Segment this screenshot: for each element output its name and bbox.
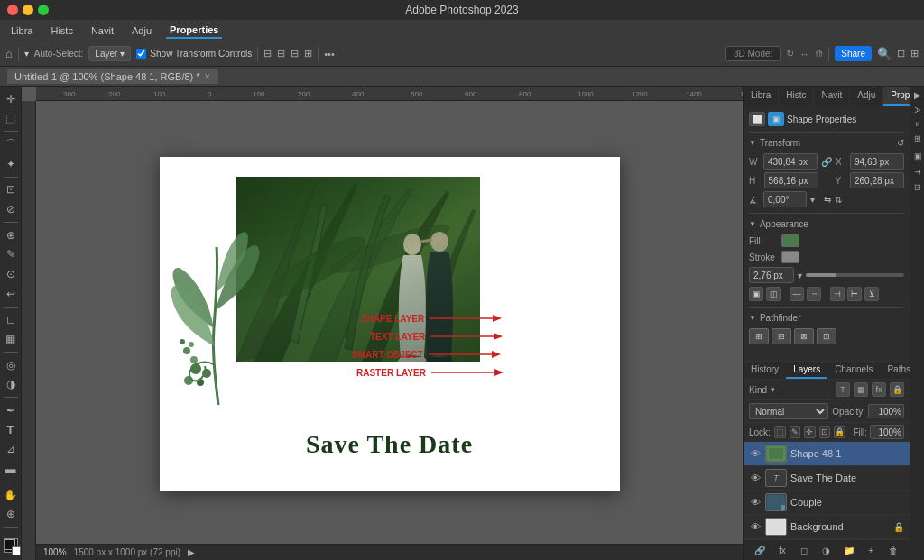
- delete-layer-btn[interactable]: 🗑: [886, 544, 901, 556]
- fill-color-swatch[interactable]: [781, 234, 799, 247]
- flip-icon[interactable]: ↔: [799, 49, 809, 60]
- kind-dropdown[interactable]: ▾: [771, 385, 775, 394]
- transform-reset-icon[interactable]: ↺: [897, 138, 904, 148]
- blur-tool[interactable]: ◎: [2, 356, 20, 374]
- window-resize-icon[interactable]: ⊞: [910, 48, 919, 60]
- visibility-icon-couple[interactable]: 👁: [749, 496, 762, 509]
- menu-adju[interactable]: Adju: [128, 23, 155, 38]
- channels-tab[interactable]: Channels: [827, 362, 880, 379]
- lock-position-btn[interactable]: ✛: [804, 426, 816, 438]
- hand-tool[interactable]: ✋: [2, 486, 20, 504]
- layers-tab[interactable]: Layers: [786, 362, 827, 379]
- path-tool[interactable]: ⊿: [2, 440, 20, 458]
- pen-tool[interactable]: ✒: [2, 401, 20, 419]
- type-tool[interactable]: T: [2, 421, 20, 439]
- healing-tool[interactable]: ⊕: [2, 226, 20, 244]
- filter-effect-icon[interactable]: fx: [872, 382, 886, 397]
- opacity-input[interactable]: [868, 404, 904, 418]
- workspace-icon[interactable]: ⊡: [897, 48, 905, 60]
- transform-controls-label[interactable]: Show Transform Controls: [136, 49, 252, 59]
- window-controls[interactable]: [7, 5, 49, 15]
- canvas-area[interactable]: 300 200 100 0 100 200 400 500 600 800 10…: [22, 87, 743, 560]
- collapsed-panel-5[interactable]: T: [911, 168, 924, 177]
- layer-item-background[interactable]: 👁 Background 🔒: [744, 515, 910, 539]
- layer-item-savedate[interactable]: 👁 T Save The Date: [744, 466, 910, 491]
- zoom-tool[interactable]: ⊕: [2, 505, 20, 523]
- tab-adju[interactable]: Adju: [850, 87, 883, 106]
- new-layer-btn[interactable]: +: [864, 544, 878, 556]
- new-adjustment-btn[interactable]: ◑: [819, 544, 834, 556]
- stroke-unit-dropdown[interactable]: ▾: [798, 271, 802, 280]
- collapsed-panel-1[interactable]: A: [911, 106, 924, 115]
- x-input[interactable]: [850, 153, 904, 170]
- lock-artboard-btn[interactable]: ⊡: [819, 426, 831, 438]
- angle-input[interactable]: [763, 191, 807, 207]
- history-brush-tool[interactable]: ↩: [2, 285, 20, 303]
- chain-link-icon[interactable]: 🔗: [821, 157, 832, 167]
- new-group-btn[interactable]: 📁: [842, 544, 856, 556]
- cap-icon[interactable]: ⊣: [830, 287, 845, 301]
- eraser-tool[interactable]: ◻: [2, 311, 20, 329]
- distribute-icon[interactable]: ⊞: [304, 48, 312, 60]
- share-button[interactable]: Share: [835, 46, 872, 61]
- align-inside-icon[interactable]: ▣: [749, 287, 763, 301]
- blend-mode-select[interactable]: Normal: [749, 403, 828, 419]
- nav-arrow[interactable]: ▶: [188, 547, 195, 557]
- rect-shape-icon[interactable]: ⬜: [749, 112, 765, 126]
- flip-v-icon[interactable]: ⇅: [835, 195, 842, 205]
- document-tab[interactable]: Untitled-1 @ 100% (Shape 48 1, RGB/8) * …: [7, 69, 218, 84]
- lock-transparent-btn[interactable]: ⬚: [774, 426, 786, 438]
- menu-histc[interactable]: Histc: [47, 23, 76, 38]
- visibility-icon-savedate[interactable]: 👁: [749, 472, 762, 484]
- lock-paint-btn[interactable]: ✎: [790, 426, 801, 438]
- rounded-rect-icon[interactable]: ▣: [768, 112, 784, 126]
- pathfinder-exclude[interactable]: ⊡: [817, 328, 836, 344]
- collapsed-panel-4[interactable]: ▣: [911, 150, 924, 162]
- tab-close-icon[interactable]: ✕: [204, 72, 211, 81]
- maximize-button[interactable]: [38, 5, 49, 15]
- minimize-button[interactable]: [23, 5, 33, 15]
- more-options-icon[interactable]: •••: [324, 49, 335, 60]
- layer-item-couple[interactable]: 👁 Couple: [744, 491, 910, 515]
- marquee-tool[interactable]: ⬚: [2, 110, 20, 128]
- menu-navit[interactable]: Navit: [88, 23, 117, 38]
- stroke-color-swatch[interactable]: [781, 251, 799, 263]
- menu-properties[interactable]: Properties: [166, 23, 222, 39]
- collapsed-panel-6[interactable]: ⊡: [911, 182, 924, 193]
- tab-histc[interactable]: Histc: [779, 87, 814, 106]
- align-left-icon[interactable]: ⊟: [263, 48, 272, 60]
- home-icon[interactable]: ⌂: [5, 47, 13, 60]
- visibility-icon-background[interactable]: 👁: [749, 520, 762, 533]
- add-effect-btn[interactable]: fx: [775, 544, 790, 556]
- appearance-section-title[interactable]: ▼ Appearance: [749, 219, 904, 229]
- crop-tool[interactable]: ⊡: [2, 181, 20, 199]
- pathfinder-unite[interactable]: ⊞: [749, 328, 769, 344]
- history-tab[interactable]: History: [744, 362, 786, 379]
- gradient-tool[interactable]: ▦: [2, 330, 20, 348]
- miter-icon[interactable]: ⊻: [864, 287, 879, 301]
- collapsed-panel-3[interactable]: ⊞: [911, 133, 924, 144]
- close-button[interactable]: [7, 5, 18, 15]
- filter-icon[interactable]: T: [836, 382, 850, 397]
- magic-wand-tool[interactable]: ✦: [2, 155, 20, 173]
- align-center2-icon[interactable]: ◫: [766, 287, 781, 301]
- align-right-icon[interactable]: ⊟: [291, 48, 299, 60]
- stroke-slider[interactable]: [806, 273, 904, 277]
- lasso-tool[interactable]: ⌒: [2, 135, 20, 153]
- fill-input[interactable]: [870, 425, 904, 439]
- collapsed-panel-2[interactable]: ≡: [911, 120, 924, 128]
- visibility-icon-shape48[interactable]: 👁: [749, 447, 762, 460]
- tab-navit[interactable]: Navit: [814, 87, 850, 106]
- foreground-background-colors[interactable]: [4, 535, 18, 553]
- brush-tool[interactable]: ✎: [2, 246, 20, 264]
- transform-section-title[interactable]: ▼ Transform ↺: [749, 138, 904, 148]
- filter-gradient-icon[interactable]: ▦: [854, 382, 868, 397]
- transform-controls-checkbox[interactable]: [136, 49, 146, 59]
- shape-tool[interactable]: ▬: [2, 460, 20, 478]
- lock-all-btn[interactable]: 🔒: [834, 426, 845, 438]
- panel-expand-icon[interactable]: ▶: [914, 90, 921, 100]
- eyedropper-tool[interactable]: ⊘: [2, 200, 20, 218]
- filter-lock-icon[interactable]: 🔒: [890, 382, 904, 397]
- layer-dropdown[interactable]: Layer ▾: [88, 46, 131, 61]
- pathfinder-intersect[interactable]: ⊠: [794, 328, 814, 344]
